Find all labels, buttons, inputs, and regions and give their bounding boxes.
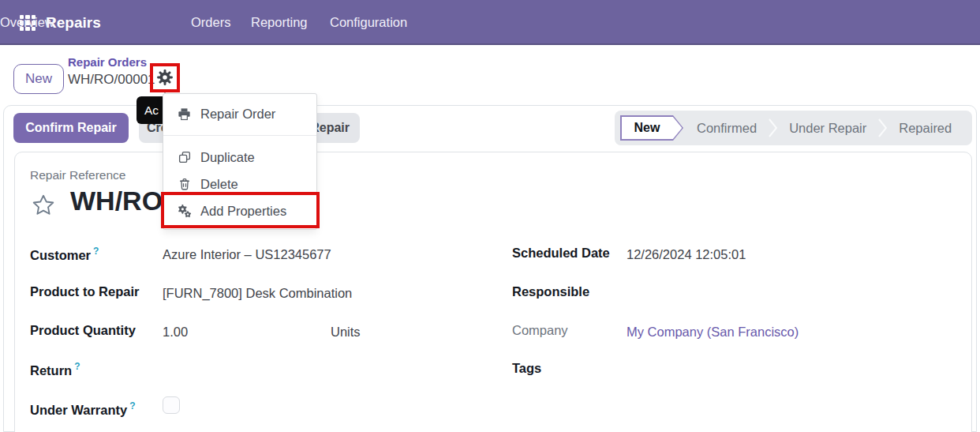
status-step-confirmed[interactable]: Confirmed — [697, 121, 757, 136]
under-warranty-checkbox[interactable] — [163, 396, 180, 414]
tags-label: Tags — [512, 361, 541, 376]
menu-divider — [163, 135, 316, 136]
trash-icon — [177, 177, 192, 191]
top-navbar: Repairs Overview Orders Reporting Config… — [0, 0, 980, 45]
help-marker: ? — [74, 361, 80, 372]
status-step-repaired[interactable]: Repaired — [899, 121, 952, 136]
menu-item-label: Repair Order — [200, 107, 275, 122]
company-link[interactable]: My Company (San Francisco) — [627, 325, 799, 340]
status-step-new-label: New — [620, 115, 683, 141]
quantity-units-value[interactable]: Units — [331, 325, 361, 340]
menu-item-delete[interactable]: Delete — [163, 171, 316, 197]
repairs-form-page: Repairs Overview Orders Reporting Config… — [0, 0, 980, 432]
chevron-separator-icon — [878, 118, 887, 137]
product-to-repair-label: Product to Repair — [30, 284, 139, 299]
menu-item-duplicate[interactable]: Duplicate — [163, 144, 316, 171]
product-quantity-label: Product Quantity — [30, 323, 136, 338]
copy-icon — [177, 150, 192, 164]
actions-dropdown-menu: Repair Order Duplicate Delete — [163, 93, 317, 230]
nav-item-configuration[interactable]: Configuration — [330, 0, 407, 45]
menu-item-label: Duplicate — [200, 150, 255, 165]
under-warranty-label: Under Warranty? — [30, 400, 136, 418]
confirm-repair-button[interactable]: Confirm Repair — [13, 113, 129, 143]
product-quantity-value[interactable]: 1.00 — [163, 325, 188, 340]
status-step-under-repair[interactable]: Under Repair — [789, 121, 866, 136]
breadcrumb-current-record: WH/RO/00001 — [68, 72, 155, 88]
status-step-new[interactable]: New — [620, 115, 683, 141]
return-label: Return? — [30, 361, 80, 378]
customer-label: Customer? — [30, 246, 99, 263]
scheduled-date-label: Scheduled Date — [512, 246, 610, 261]
form-sheet: Repair Reference WH/RO/00001 Customer? A… — [14, 152, 972, 432]
favorite-star-icon[interactable] — [31, 193, 56, 221]
help-marker: ? — [93, 246, 99, 257]
responsible-label: Responsible — [512, 284, 589, 299]
scheduled-date-value[interactable]: 12/26/2024 12:05:01 — [627, 247, 746, 262]
print-icon — [177, 107, 192, 122]
help-marker: ? — [129, 400, 135, 411]
menu-item-label: Add Properties — [200, 204, 286, 219]
chevron-separator-icon — [769, 118, 777, 137]
repair-reference-label: Repair Reference — [30, 168, 125, 182]
menu-item-add-properties[interactable]: Add Properties — [163, 197, 316, 224]
nav-item-orders[interactable]: Orders — [191, 0, 230, 45]
status-pipeline: New Confirmed Under Repair Repaired — [615, 111, 972, 145]
actions-gear-icon[interactable] — [156, 69, 174, 86]
product-to-repair-value[interactable]: [FURN_7800] Desk Combination — [163, 286, 352, 301]
nav-item-reporting[interactable]: Reporting — [251, 0, 308, 45]
menu-item-repair-order[interactable]: Repair Order — [163, 100, 316, 127]
nav-item-overview[interactable]: Overview — [0, 0, 54, 45]
cogs-icon — [177, 203, 192, 219]
breadcrumb-parent-link[interactable]: Repair Orders — [68, 55, 147, 69]
customer-value[interactable]: Azure Interior – US12345677 — [163, 247, 331, 262]
menu-item-label: Delete — [200, 177, 238, 192]
company-label: Company — [512, 323, 568, 338]
new-record-button[interactable]: New — [13, 64, 64, 94]
